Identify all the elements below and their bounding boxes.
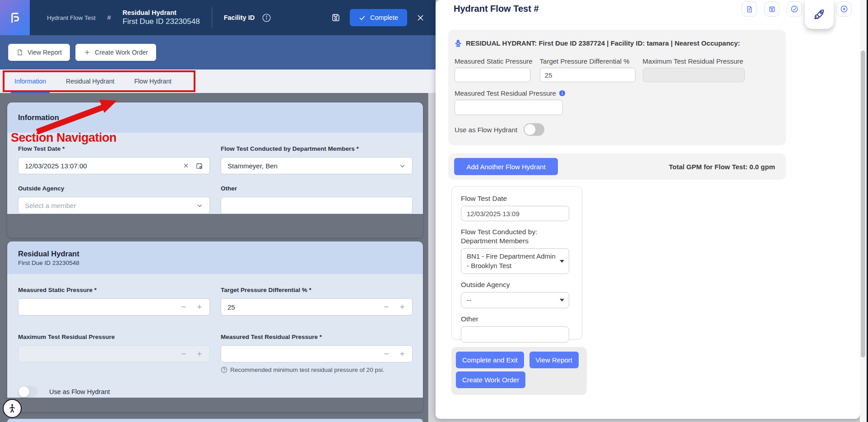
drawer-target-differential-input[interactable] [540, 68, 636, 82]
drawer-target-differential-label: Target Pressure Differential % [540, 57, 636, 65]
drawer-measured-static-label: Measured Static Pressure [455, 57, 533, 65]
conducted-by-select[interactable]: BN1 - Fire Department Admin - Brooklyn T… [461, 248, 569, 274]
plus-icon [196, 350, 203, 357]
drawer-measured-test-residual-label: Measured Test Residual Pressure [455, 89, 556, 97]
total-gpm-text: Total GPM for Flow Test: 0.0 gpm [669, 163, 775, 171]
other-input[interactable] [227, 202, 406, 209]
minus-icon[interactable] [383, 303, 390, 311]
question-circle-icon [221, 366, 227, 373]
other-input[interactable] [461, 326, 569, 343]
residual-card-title: Residual Hydrant [18, 250, 412, 258]
target-differential-label: Target Pressure Differential % * [221, 287, 413, 293]
flow-test-card: Flow Test Date Flow Test Conducted by: D… [451, 186, 582, 339]
drawer-close-button[interactable] [836, 1, 852, 17]
flow-test-date-input[interactable] [461, 206, 569, 221]
check-circle-icon [790, 5, 798, 13]
facility-info-icon[interactable] [262, 13, 271, 23]
check-icon [359, 14, 366, 21]
save-icon[interactable] [331, 13, 341, 23]
target-differential-input[interactable] [227, 303, 383, 311]
clear-icon[interactable] [183, 162, 189, 169]
drawer-use-as-flow-label: Use as Flow Hydrant [455, 126, 517, 134]
form-content: Information Flow Test Date * [0, 93, 436, 422]
drawer-scrollbar-track[interactable] [860, 0, 867, 422]
tab-information[interactable]: Information [14, 70, 46, 93]
residual-card-subtitle: First Due ID 23230548 [18, 260, 412, 266]
max-test-residual-input [25, 350, 180, 358]
measured-static-field[interactable] [18, 298, 210, 315]
conducted-by-select[interactable]: Stammeyer, Ben [221, 157, 413, 174]
caret-down-icon [560, 299, 564, 301]
flow-test-date-input[interactable] [25, 162, 183, 170]
left-panel-scrollbar[interactable] [428, 93, 436, 422]
caret-down-icon [560, 260, 564, 263]
drawer-max-test-residual-label: Maximum Test Residual Pressure [643, 57, 745, 65]
tab-residual-hydrant[interactable]: Residual Hydrant [66, 70, 114, 93]
drawer-launch-button[interactable] [805, 0, 834, 29]
drawer-scrollbar-thumb[interactable] [861, 51, 865, 357]
drawer-title: Hydrant Flow Test # [454, 4, 539, 14]
drawer-use-as-flow-toggle[interactable] [524, 123, 544, 136]
outside-agency-label: Outside Agency [461, 280, 573, 289]
outside-agency-select[interactable]: -- [461, 292, 569, 308]
view-report-button[interactable]: View Report [8, 44, 70, 61]
flow-test-date-label: Flow Test Date [461, 194, 573, 203]
breadcrumb[interactable]: Hydrant Flow Test [47, 14, 96, 21]
close-circle-icon [840, 5, 848, 13]
plus-icon [84, 49, 91, 56]
calendar-clock-icon[interactable] [195, 162, 203, 170]
close-icon[interactable] [416, 14, 425, 22]
conducted-by-label: Flow Test Conducted by: Department Membe… [461, 227, 573, 246]
info-circle-icon[interactable] [559, 90, 566, 97]
max-test-residual-label: Maximum Test Residual Pressure [18, 334, 210, 340]
information-card-body: Flow Test Date * Flow Test Conducted by … [7, 133, 423, 214]
create-work-order-button[interactable]: Create Work Order [456, 371, 525, 388]
plus-icon[interactable] [399, 350, 406, 357]
chevron-down-icon [399, 162, 406, 169]
use-as-flow-hydrant-toggle[interactable] [18, 386, 37, 398]
conducted-by-label: Flow Test Conducted by Department Member… [221, 145, 413, 152]
accessibility-widget-button[interactable] [3, 399, 22, 418]
tab-flow-hydrant[interactable]: Flow Hydrant [134, 70, 171, 93]
complete-and-exit-button[interactable]: Complete and Exit [456, 352, 524, 368]
create-work-order-button[interactable]: Create Work Order [75, 44, 156, 61]
header-divider [212, 7, 212, 28]
flow-test-date-field[interactable] [18, 157, 210, 174]
hydrant-info-line: RESIDUAL HYDRANT: First Due ID 2387724 |… [466, 39, 740, 47]
other-field[interactable] [221, 197, 413, 214]
record-title: Residual Hydrant [123, 9, 200, 17]
header-actions: Complete [331, 9, 436, 26]
drawer-report-button[interactable] [742, 1, 757, 17]
chevron-down-icon [196, 202, 203, 209]
drawer-measured-static-input[interactable] [455, 68, 530, 82]
minus-icon[interactable] [383, 350, 390, 357]
app-root: Hydrant Flow Test # Residual Hydrant Fir… [0, 0, 868, 422]
drawer-complete-button[interactable] [787, 1, 802, 17]
drawer-max-test-residual-input [643, 68, 745, 82]
app-header: Hydrant Flow Test # Residual Hydrant Fir… [0, 0, 436, 35]
plus-icon[interactable] [196, 303, 203, 311]
outside-agency-select[interactable]: Select a member [18, 197, 210, 214]
view-report-button[interactable]: View Report [529, 352, 579, 368]
outside-agency-label: Outside Agency [18, 185, 210, 192]
information-section-card: Information Flow Test Date * [7, 102, 423, 238]
minus-icon[interactable] [180, 303, 187, 311]
rocket-icon [813, 8, 826, 21]
main-window: Hydrant Flow Test # Residual Hydrant Fir… [0, 0, 436, 422]
other-label: Other [221, 185, 413, 192]
measured-static-input[interactable] [25, 303, 180, 311]
measured-test-residual-input[interactable] [227, 350, 383, 358]
measured-test-residual-field[interactable] [221, 345, 413, 362]
drawer-measured-test-residual-input[interactable] [455, 100, 563, 115]
hydrant-flow-test-drawer: Hydrant Flow Test # [436, 0, 860, 419]
add-flow-hydrant-button[interactable]: Add Another Flow Hydrant [454, 158, 558, 175]
accessibility-person-icon [7, 403, 18, 414]
complete-button[interactable]: Complete [350, 9, 407, 26]
plus-icon[interactable] [399, 303, 406, 311]
record-subtitle: First Due ID 23230548 [123, 17, 200, 26]
drawer-save-button[interactable] [764, 1, 780, 17]
measured-test-residual-label: Measured Test Residual Pressure * [221, 334, 413, 340]
use-as-flow-hydrant-label: Use as Flow Hydrant [49, 388, 110, 395]
target-differential-field[interactable] [221, 298, 413, 315]
residual-hydrant-section-card: Residual Hydrant First Due ID 23230548 M… [7, 241, 423, 412]
